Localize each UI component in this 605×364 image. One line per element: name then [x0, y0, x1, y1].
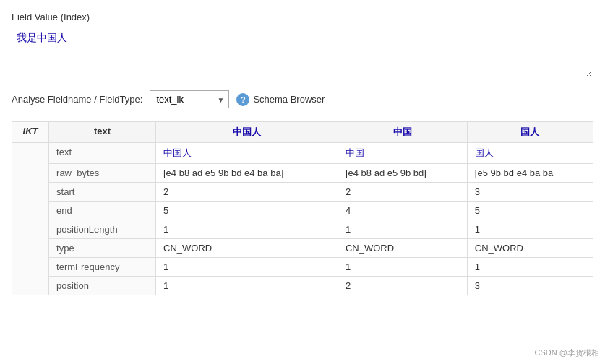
table-cell: 国人: [467, 143, 593, 164]
ikt-header: IKT: [12, 122, 49, 143]
table-cell: 2: [338, 183, 467, 202]
table-cell: 2: [338, 277, 467, 295]
analysis-table: IKT text 中国人 中国 国人 text中国人中国国人raw_bytes[…: [12, 121, 593, 295]
table-cell: 1: [156, 277, 338, 295]
table-cell: 1: [467, 220, 593, 239]
row-label: end: [49, 202, 156, 220]
table-cell: 1: [338, 258, 467, 277]
row-label: type: [49, 239, 156, 258]
schema-browser-button[interactable]: ? Schema Browser: [236, 93, 325, 106]
row-label: positionLength: [49, 220, 156, 239]
table-cell: 1: [156, 220, 338, 239]
row-label: text: [49, 143, 156, 164]
col-header-2: 中国: [338, 122, 467, 143]
ikt-cell: [12, 143, 49, 295]
schema-browser-label: Schema Browser: [253, 94, 325, 105]
table-cell: 1: [338, 220, 467, 239]
field-value-input[interactable]: 我是中国人: [12, 27, 593, 77]
table-cell: 1: [467, 258, 593, 277]
row-label: position: [49, 277, 156, 295]
table-cell: 5: [467, 202, 593, 220]
table-cell: 5: [156, 202, 338, 220]
table-cell: 2: [156, 183, 338, 202]
table-cell: 中国人: [156, 143, 338, 164]
field-value-label: Field Value (Index): [12, 12, 593, 22]
row-label: termFrequency: [49, 258, 156, 277]
table-cell: [e4 b8 ad e5 9b bd]: [338, 164, 467, 183]
table-cell: [e5 9b bd e4 ba ba: [467, 164, 593, 183]
table-cell: CN_WORD: [467, 239, 593, 258]
table-cell: 4: [338, 202, 467, 220]
fieldtype-select[interactable]: text_ik: [150, 90, 229, 108]
row-label: start: [49, 183, 156, 202]
col-header-3: 国人: [467, 122, 593, 143]
row-label: raw_bytes: [49, 164, 156, 183]
table-cell: CN_WORD: [338, 239, 467, 258]
help-icon: ?: [236, 93, 249, 106]
table-cell: [e4 b8 ad e5 9b bd e4 ba ba]: [156, 164, 338, 183]
col-header-0: text: [49, 122, 156, 143]
col-header-1: 中国人: [156, 122, 338, 143]
table-cell: CN_WORD: [156, 239, 338, 258]
table-cell: 中国: [338, 143, 467, 164]
table-cell: 3: [467, 277, 593, 295]
table-cell: 3: [467, 183, 593, 202]
analyse-label: Analyse Fieldname / FieldType:: [12, 94, 142, 105]
table-cell: 1: [156, 258, 338, 277]
